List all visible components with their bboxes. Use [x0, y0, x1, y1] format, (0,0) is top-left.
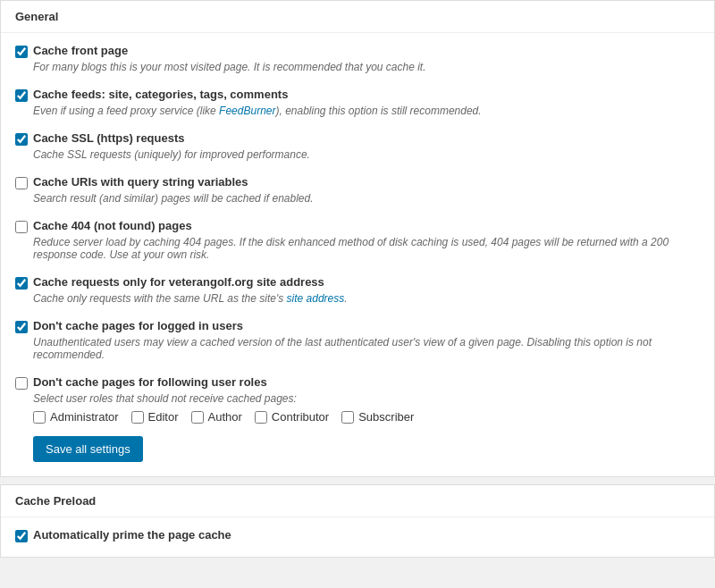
cache-query-string-label[interactable]: Cache URIs with query string variables: [15, 175, 700, 189]
cache-front-page-desc: For many blogs this is your most visited…: [33, 61, 700, 73]
dont-cache-roles-desc: Select user roles that should not receiv…: [33, 392, 700, 405]
dont-cache-logged-in-label[interactable]: Don't cache pages for logged in users: [15, 319, 700, 333]
option-auto-prime-cache: Automatically prime the page cache: [15, 528, 700, 542]
auto-prime-cache-text: Automatically prime the page cache: [33, 528, 231, 542]
option-cache-front-page: Cache front page For many blogs this is …: [15, 44, 700, 73]
user-roles-container: Administrator Editor Author Contributor: [33, 410, 700, 424]
site-address-link[interactable]: site address: [287, 292, 345, 305]
cache-front-page-label[interactable]: Cache front page: [15, 44, 700, 58]
cache-front-page-text: Cache front page: [33, 44, 128, 57]
auto-prime-cache-label[interactable]: Automatically prime the page cache: [15, 528, 700, 542]
dont-cache-roles-checkbox[interactable]: [15, 377, 28, 390]
cache-query-string-desc: Search result (and similar) pages will b…: [33, 192, 700, 205]
cache-ssl-label[interactable]: Cache SSL (https) requests: [15, 131, 700, 146]
general-section-header: General: [1, 1, 714, 33]
cache-feeds-label[interactable]: Cache feeds: site, categories, tags, com…: [15, 88, 700, 102]
page-wrapper: General Cache front page For many blogs …: [0, 0, 715, 588]
option-dont-cache-roles: Don't cache pages for following user rol…: [15, 375, 700, 424]
dont-cache-logged-in-desc: Unauthenticated users may view a cached …: [33, 336, 700, 361]
cache-feeds-text: Cache feeds: site, categories, tags, com…: [33, 88, 288, 101]
cache-preload-section: Cache Preload Automatically prime the pa…: [0, 484, 715, 558]
role-editor-label: Editor: [148, 410, 179, 424]
role-subscriber[interactable]: Subscriber: [341, 410, 414, 424]
role-contributor-label: Contributor: [272, 410, 329, 424]
role-administrator-checkbox[interactable]: [33, 411, 46, 424]
cache-ssl-desc: Cache SSL requests (uniquely) for improv…: [33, 148, 700, 161]
option-cache-query-string: Cache URIs with query string variables S…: [15, 175, 700, 205]
option-cache-ssl: Cache SSL (https) requests Cache SSL req…: [15, 131, 700, 161]
option-cache-feeds: Cache feeds: site, categories, tags, com…: [15, 88, 700, 117]
cache-feeds-checkbox[interactable]: [15, 89, 28, 102]
role-editor[interactable]: Editor: [131, 410, 179, 424]
role-subscriber-label: Subscriber: [358, 410, 414, 424]
dont-cache-roles-label[interactable]: Don't cache pages for following user rol…: [15, 375, 700, 390]
cache-query-string-text: Cache URIs with query string variables: [33, 175, 248, 189]
cache-404-desc: Reduce server load by caching 404 pages.…: [33, 236, 700, 261]
option-cache-404: Cache 404 (not found) pages Reduce serve…: [15, 219, 700, 261]
cache-preload-section-header: Cache Preload: [1, 485, 714, 517]
cache-query-string-checkbox[interactable]: [15, 177, 28, 189]
cache-404-label[interactable]: Cache 404 (not found) pages: [15, 219, 700, 233]
option-dont-cache-logged-in: Don't cache pages for logged in users Un…: [15, 319, 700, 361]
auto-prime-cache-checkbox[interactable]: [15, 530, 28, 542]
role-editor-checkbox[interactable]: [131, 411, 144, 424]
cache-site-address-checkbox[interactable]: [15, 277, 28, 290]
general-section-body: Cache front page For many blogs this is …: [1, 33, 714, 476]
option-cache-site-address: Cache requests only for veterangolf.org …: [15, 275, 700, 305]
save-all-settings-button[interactable]: Save all settings: [33, 436, 143, 462]
dont-cache-roles-text: Don't cache pages for following user rol…: [33, 375, 267, 389]
cache-ssl-text: Cache SSL (https) requests: [33, 131, 185, 145]
cache-404-checkbox[interactable]: [15, 221, 28, 233]
role-author[interactable]: Author: [191, 410, 242, 424]
cache-preload-section-body: Automatically prime the page cache: [1, 517, 714, 557]
dont-cache-logged-in-checkbox[interactable]: [15, 321, 28, 333]
cache-site-address-label[interactable]: Cache requests only for veterangolf.org …: [15, 275, 700, 290]
cache-site-address-desc: Cache only requests with the same URL as…: [33, 292, 700, 305]
feedburner-link[interactable]: FeedBurner: [219, 105, 275, 117]
cache-404-text: Cache 404 (not found) pages: [33, 219, 192, 232]
cache-front-page-checkbox[interactable]: [15, 46, 28, 58]
dont-cache-logged-in-text: Don't cache pages for logged in users: [33, 319, 243, 332]
role-subscriber-checkbox[interactable]: [341, 411, 354, 424]
role-contributor-checkbox[interactable]: [255, 411, 267, 424]
role-author-checkbox[interactable]: [191, 411, 204, 424]
role-contributor[interactable]: Contributor: [255, 410, 329, 424]
role-author-label: Author: [208, 410, 242, 424]
cache-site-address-text: Cache requests only for veterangolf.org …: [33, 275, 324, 289]
cache-feeds-desc: Even if using a feed proxy service (like…: [33, 105, 700, 117]
role-administrator-label: Administrator: [50, 410, 119, 424]
role-administrator[interactable]: Administrator: [33, 410, 119, 424]
general-section: General Cache front page For many blogs …: [0, 0, 715, 477]
cache-ssl-checkbox[interactable]: [15, 133, 28, 146]
